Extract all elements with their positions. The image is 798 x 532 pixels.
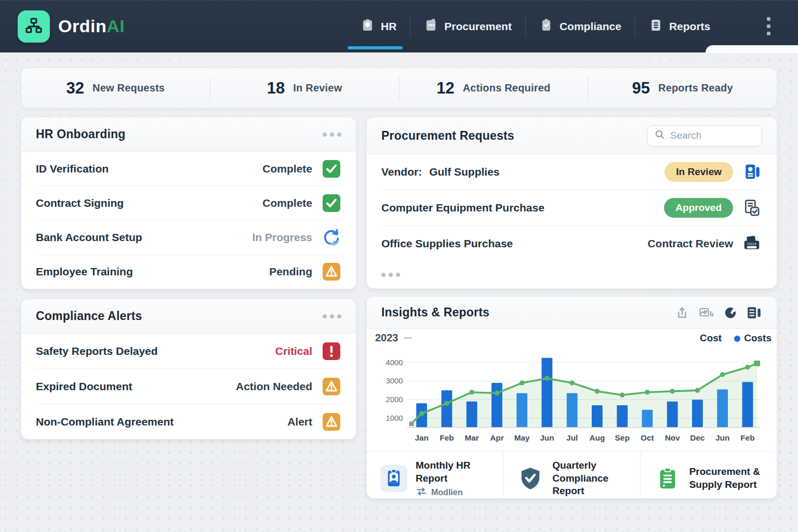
hr-card-menu-icon[interactable] (323, 129, 341, 140)
insights-chart: 1000200030004000JanFebMarAprMayJunJulAug… (367, 344, 777, 451)
legend-item: Costs (734, 332, 772, 344)
svg-text:Jul: Jul (566, 433, 578, 442)
svg-text:4000: 4000 (386, 358, 403, 367)
hr-onboarding-title: HR Onboarding (36, 127, 126, 141)
stat-new-requests: 32 New Requests (21, 68, 210, 108)
doc-lines-icon (649, 18, 663, 35)
svg-text:Mar: Mar (464, 433, 478, 442)
row-label: Office Supplies Purchase (381, 237, 513, 250)
status-badge: In Review (664, 162, 733, 182)
kebab-menu-icon[interactable] (767, 17, 771, 39)
image-chart-icon[interactable] (699, 305, 714, 321)
nav-item-hr[interactable]: HR (347, 0, 410, 52)
svg-text:Aug: Aug (589, 433, 605, 442)
check-square-icon (322, 193, 341, 213)
report-title: Procurement &Supply Report (689, 466, 760, 491)
row-label: ID Verification (36, 163, 109, 175)
insights-card: Insights & Reports 2023 CostCosts 100020… (366, 296, 777, 499)
svg-text:May: May (514, 433, 530, 442)
stat-label: New Requests (92, 82, 165, 94)
procurement-card: Procurement Requests Vendor:Gulf Supplie… (366, 117, 777, 289)
hr-onboarding-row[interactable]: Employee Training Pending (36, 255, 341, 289)
row-status: In Progress (252, 231, 312, 244)
nav-item-label: HR (381, 20, 396, 33)
compliance-card-menu-icon[interactable] (323, 311, 341, 322)
clipboard-list-icon (424, 18, 438, 35)
compliance-alert-row[interactable]: Non-Compliant Agreement Alert (36, 404, 341, 439)
hr-onboarding-card: HR Onboarding ID Verification Complete C… (21, 117, 356, 289)
pie-chart-icon[interactable] (723, 305, 738, 321)
stat-in-review: 18 In Review (210, 68, 399, 108)
brand[interactable]: OrdinAI (18, 10, 125, 43)
nav-item-label: Reports (669, 20, 710, 33)
svg-text:1000: 1000 (386, 414, 403, 422)
warning-triangle-icon (322, 262, 341, 282)
brand-logo (18, 10, 50, 43)
clipboard-green-icon (654, 465, 681, 492)
procurement-title: Procurement Requests (381, 129, 514, 143)
stat-reports-ready: 95 Reports Ready (588, 68, 777, 108)
nav-item-compliance[interactable]: Compliance (526, 0, 635, 52)
status-badge: Approved (664, 198, 733, 218)
search-box[interactable] (647, 125, 762, 147)
hr-onboarding-row[interactable]: Contract Signing Complete (36, 186, 341, 220)
stat-value: 32 (66, 79, 84, 98)
row-label: Expired Document (36, 380, 132, 393)
check-square-icon (322, 159, 341, 179)
row-label: Bank Account Setup (36, 231, 142, 244)
compliance-alert-row[interactable]: Expired Document Action Needed (36, 369, 341, 404)
badge-check-icon (539, 18, 553, 35)
row-status: Action Needed (236, 380, 312, 393)
row-label: Non-Compliant Agreement (36, 416, 174, 428)
procurement-more-icon[interactable] (381, 270, 400, 280)
chart-legend: CostCosts (700, 332, 772, 344)
nav-item-label: Procurement (444, 20, 512, 33)
row-status: Complete (262, 163, 312, 175)
row-label: Computer Equipment Purchase (381, 202, 544, 214)
hr-onboarding-row[interactable]: Bank Account Setup In Progress (36, 221, 341, 255)
nav-item-reports[interactable]: Reports (635, 0, 724, 52)
svg-text:Jun: Jun (715, 433, 729, 442)
fax-icon (742, 234, 762, 254)
report-title: QuarterlyCompliance Report (552, 459, 634, 498)
main-nav: HR Procurement Compliance Reports (347, 0, 724, 52)
svg-text:Oct: Oct (641, 433, 654, 442)
stat-actions-required: 12 Actions Required (400, 68, 588, 108)
report-shortcut[interactable]: Monthly HR Report Modlien (367, 451, 503, 499)
exclaim-square-icon (322, 341, 341, 361)
insights-title: Insights & Reports (381, 305, 489, 320)
chart-year-label: 2023 (375, 332, 412, 344)
stat-label: Actions Required (463, 82, 551, 94)
doc-list-icon[interactable] (747, 305, 762, 321)
stat-value: 12 (436, 79, 454, 98)
legend-dot (734, 336, 740, 342)
row-label: Safety Reports Delayed (36, 345, 158, 357)
svg-text:Sep: Sep (615, 433, 630, 442)
procurement-row[interactable]: Office Supplies Purchase Contract Review (381, 226, 762, 261)
warning-triangle-icon (322, 412, 341, 432)
swap-arrows-icon (416, 487, 427, 498)
report-title: Monthly HR Report (416, 459, 498, 485)
report-shortcut[interactable]: QuarterlyCompliance Report (503, 451, 640, 499)
procurement-row[interactable]: Computer Equipment Purchase Approved (381, 190, 762, 226)
hr-onboarding-row[interactable]: ID Verification Complete (36, 152, 341, 186)
warning-triangle-icon (322, 377, 341, 396)
stat-label: In Review (293, 82, 342, 94)
nav-item-procurement[interactable]: Procurement (410, 0, 525, 52)
report-shortcut[interactable]: Procurement &Supply Report (640, 451, 777, 499)
id-card-icon (742, 162, 762, 182)
stat-label: Reports Ready (658, 82, 733, 94)
nav-item-label: Compliance (560, 20, 621, 33)
row-label: Vendor:Gulf Supplies (381, 166, 500, 178)
procurement-row[interactable]: Vendor:Gulf Supplies In Review (381, 154, 762, 190)
compliance-alert-row[interactable]: Safety Reports Delayed Critical (36, 334, 341, 369)
search-input[interactable] (670, 130, 754, 141)
search-icon (655, 129, 665, 142)
svg-text:2000: 2000 (386, 395, 403, 404)
stats-bar: 32 New Requests18 In Review12 Actions Re… (21, 68, 777, 109)
share-icon[interactable] (675, 305, 690, 321)
svg-text:3000: 3000 (386, 377, 403, 385)
svg-text:Jan: Jan (415, 433, 428, 442)
svg-text:Apr: Apr (490, 433, 503, 442)
svg-text:Feb: Feb (440, 433, 454, 442)
